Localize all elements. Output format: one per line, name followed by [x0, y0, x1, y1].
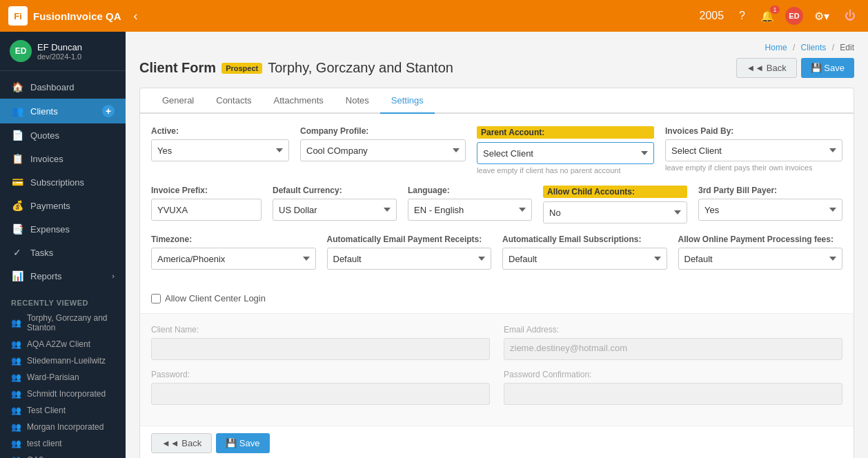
- tab-contacts[interactable]: Contacts: [205, 88, 262, 114]
- password-confirmation-input[interactable]: [504, 383, 842, 405]
- third-party-bill-payer-select[interactable]: Yes No: [698, 199, 842, 221]
- recent-item-icon: 👥: [11, 439, 21, 448]
- back-button[interactable]: ◄◄ Back: [736, 58, 797, 78]
- recent-item[interactable]: 👥 AQA A2Zw Client: [0, 336, 126, 352]
- prospect-badge: Prospect: [221, 63, 262, 74]
- navbar: Fi FusionInvoice QA ‹ 2005 ? 🔔 1 ED ⚙▾ ⏻: [0, 0, 868, 32]
- parent-account-hint: leave empty if client has no parent acco…: [477, 166, 654, 175]
- sidebar-item-subscriptions[interactable]: 💳 Subscriptions: [0, 170, 126, 194]
- recent-item[interactable]: 👥 Stiedemann-Lueilwitz: [0, 352, 126, 369]
- default-currency-group: Default Currency: US Dollar: [273, 186, 397, 221]
- add-client-icon[interactable]: +: [102, 105, 115, 117]
- allow-child-accounts-select[interactable]: No Yes: [543, 201, 687, 223]
- client-name-input[interactable]: [151, 338, 490, 360]
- recent-item-label: QA2: [27, 455, 43, 458]
- active-select[interactable]: Yes No: [151, 139, 289, 161]
- recent-item-icon: 👥: [11, 406, 21, 415]
- password-input[interactable]: [151, 383, 490, 405]
- recent-item[interactable]: 👥 QA2: [0, 452, 126, 458]
- client-name-label: Client Name:: [151, 325, 490, 335]
- breadcrumb-home[interactable]: Home: [765, 43, 787, 52]
- default-currency-select[interactable]: US Dollar: [273, 199, 397, 221]
- sidebar-nav: 🏠 Dashboard 👥 Clients + 📄 Quotes 📋 Invoi…: [0, 71, 126, 292]
- page-header: Client Form Prospect Torphy, Gorczany an…: [139, 58, 854, 78]
- settings-form-content: Active: Yes No Company Profile: Cool COm…: [140, 114, 854, 293]
- user-code-btn[interactable]: 2005: [696, 7, 729, 25]
- auto-email-subscriptions-group: Automatically Email Subscriptions: Defau…: [502, 235, 667, 270]
- active-label: Active:: [151, 126, 289, 136]
- sidebar-item-tasks[interactable]: ✓ Tasks: [0, 241, 126, 264]
- recent-item[interactable]: 👥 Torphy, Gorczany and Stanton: [0, 310, 126, 336]
- allow-child-accounts-group: Allow Child Accounts: No Yes: [543, 186, 687, 223]
- recent-item[interactable]: 👥 Test Client: [0, 402, 126, 419]
- quotes-icon: 📄: [11, 130, 23, 141]
- email-address-group: Email Address: zieme.destiney@hotmail.co…: [504, 325, 842, 360]
- email-address-display: zieme.destiney@hotmail.com: [504, 338, 842, 360]
- tab-attachments[interactable]: Attachments: [263, 88, 335, 114]
- recent-item[interactable]: 👥 Ward-Parisian: [0, 369, 126, 386]
- sidebar-item-reports[interactable]: 📊 Reports ›: [0, 264, 126, 288]
- footer-save-button[interactable]: 💾 Save: [216, 433, 269, 453]
- reports-icon: 📊: [11, 270, 23, 281]
- company-profile-select[interactable]: Cool COmpany: [300, 139, 466, 161]
- parent-account-select[interactable]: Select Client: [477, 142, 654, 164]
- allow-online-payment-select[interactable]: Default: [678, 248, 843, 270]
- invoice-prefix-input[interactable]: [151, 199, 262, 221]
- company-profile-label: Company Profile:: [300, 126, 466, 136]
- language-select[interactable]: EN - English: [408, 199, 532, 221]
- tab-general[interactable]: General: [151, 88, 205, 114]
- recent-item-icon: 👥: [11, 339, 21, 349]
- expenses-icon: 📑: [11, 223, 23, 235]
- sidebar-item-label: Reports: [30, 271, 105, 281]
- auto-email-subscriptions-select[interactable]: Default: [502, 248, 667, 270]
- active-group: Active: Yes No: [151, 126, 289, 161]
- sidebar-item-payments[interactable]: 💰 Payments: [0, 194, 126, 217]
- timezone-label: Timezone:: [151, 235, 316, 244]
- power-btn[interactable]: ⏻: [840, 7, 860, 25]
- recent-item-label: Ward-Parisian: [27, 372, 79, 382]
- recent-item[interactable]: 👥 Schmidt Incorporated: [0, 386, 126, 402]
- invoice-prefix-group: Invoice Prefix:: [151, 186, 262, 221]
- invoices-paid-by-select[interactable]: Select Client: [665, 139, 842, 161]
- recent-item-icon: 👥: [11, 318, 21, 328]
- app-title: FusionInvoice QA: [33, 10, 121, 22]
- auto-email-subscriptions-label: Automatically Email Subscriptions:: [502, 235, 667, 244]
- sidebar-item-clients[interactable]: 👥 Clients +: [0, 99, 126, 123]
- allow-client-center-login-label[interactable]: Allow Client Center Login: [151, 293, 842, 303]
- recent-item-icon: 👥: [11, 389, 21, 399]
- email-address-label: Email Address:: [504, 325, 842, 335]
- breadcrumb-clients[interactable]: Clients: [801, 43, 827, 52]
- footer-back-button[interactable]: ◄◄ Back: [151, 433, 212, 453]
- help-btn[interactable]: ?: [735, 7, 749, 25]
- allow-online-payment-label: Allow Online Payment Processing fees:: [678, 235, 843, 244]
- breadcrumb-current: Edit: [840, 43, 854, 52]
- settings-btn[interactable]: ⚙▾: [810, 7, 834, 26]
- recently-viewed-label: Recently Viewed: [0, 292, 126, 310]
- navbar-right: 2005 ? 🔔 1 ED ⚙▾ ⏻: [696, 7, 860, 26]
- tab-notes[interactable]: Notes: [335, 88, 380, 114]
- recent-item-label: Test Client: [27, 406, 66, 415]
- main-content: Home / Clients / Edit Client Form Prospe…: [126, 32, 868, 458]
- sidebar-item-expenses[interactable]: 📑 Expenses: [0, 217, 126, 241]
- breadcrumb-sep: /: [832, 43, 834, 52]
- sidebar-item-invoices[interactable]: 📋 Invoices: [0, 147, 126, 170]
- timezone-select[interactable]: America/Phoenix: [151, 248, 316, 270]
- save-button[interactable]: 💾 Save: [801, 58, 854, 78]
- recent-item[interactable]: 👥 Morgan Incorporated: [0, 419, 126, 435]
- navbar-left: Fi FusionInvoice QA ‹: [8, 6, 138, 26]
- auto-email-payment-select[interactable]: Default: [327, 248, 492, 270]
- parent-account-group: Parent Account: Select Client leave empt…: [477, 126, 654, 175]
- form-row-1: Active: Yes No Company Profile: Cool COm…: [151, 126, 842, 175]
- sidebar-item-dashboard[interactable]: 🏠 Dashboard: [0, 75, 126, 99]
- allow-client-center-login-checkbox[interactable]: [151, 294, 161, 303]
- language-label: Language:: [408, 186, 532, 195]
- tab-settings[interactable]: Settings: [380, 88, 435, 114]
- third-party-bill-payer-group: 3rd Party Bill Payer: Yes No: [698, 186, 842, 221]
- notifications-btn[interactable]: 🔔 1: [756, 7, 778, 26]
- invoices-icon: 📋: [11, 153, 23, 164]
- sidebar-toggle[interactable]: ‹: [134, 9, 138, 23]
- notifications-badge: 1: [770, 6, 780, 14]
- recent-item[interactable]: 👥 test client: [0, 435, 126, 452]
- sidebar-item-quotes[interactable]: 📄 Quotes: [0, 123, 126, 147]
- login-form-section: Client Name: Email Address: zieme.destin…: [140, 313, 854, 426]
